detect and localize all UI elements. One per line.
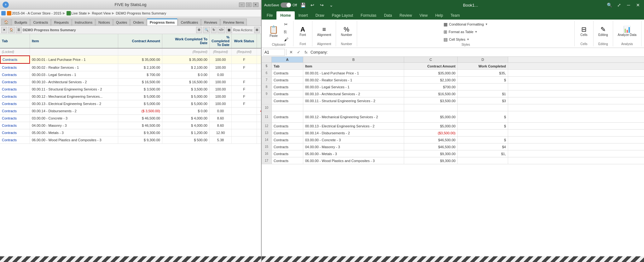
cell-b15[interactable]: 04.00.00 - Masonry - 3 bbox=[303, 143, 404, 150]
search-icon[interactable]: 🔍 bbox=[606, 2, 613, 9]
cell-a9[interactable]: Contracts bbox=[272, 90, 303, 97]
cell-c9[interactable]: $16,500.00 bbox=[404, 90, 458, 97]
home-button[interactable]: 🏠 bbox=[8, 27, 15, 33]
cell-d9[interactable]: $1 bbox=[458, 90, 508, 97]
ribbon-tab-formulas[interactable]: Formulas bbox=[357, 11, 380, 20]
cell-c9b[interactable]: $3,500.00 bbox=[404, 97, 458, 104]
cell-a8[interactable]: Contracts bbox=[272, 84, 303, 90]
tab-review-items[interactable]: Review Items bbox=[220, 19, 247, 26]
number-button[interactable]: % Number bbox=[339, 22, 354, 41]
cell-a17[interactable]: Contracts bbox=[272, 157, 303, 164]
col-header-b[interactable]: B bbox=[303, 57, 404, 62]
analyze-data-button[interactable]: 📊 Analyze Data bbox=[616, 22, 639, 41]
cell-d8[interactable] bbox=[458, 84, 508, 90]
cell-b17[interactable]: 06.00.00 - Wood Plastics and Composites … bbox=[303, 157, 404, 164]
ribbon-tab-draw[interactable]: Draw bbox=[312, 11, 328, 20]
cell-d11[interactable]: $ bbox=[458, 111, 508, 122]
excel-data-row[interactable]: 12 Contracts 00.00.13 - Electrical Engin… bbox=[262, 123, 644, 130]
settings-button[interactable]: ⚙ bbox=[196, 27, 202, 33]
format-painter-button[interactable]: 🖌 bbox=[282, 36, 291, 43]
conditional-formatting-button[interactable]: ▦ Conditional Formatting ▼ bbox=[441, 21, 490, 28]
refresh-button[interactable]: ↻ bbox=[211, 27, 217, 33]
cell-a7[interactable]: Contracts bbox=[272, 77, 303, 83]
undo-icon[interactable]: ↩ bbox=[309, 2, 316, 9]
cell-b9[interactable]: 00.00.10 - Architectural Services - 2 bbox=[303, 90, 404, 97]
cell-c16[interactable]: $9,300.00 bbox=[404, 150, 458, 157]
table-row[interactable]: Contracts 00.00.14 - Disbursements - 2 (… bbox=[0, 108, 261, 115]
redo-icon[interactable]: ↪ bbox=[318, 2, 325, 9]
col-header-c[interactable]: C bbox=[404, 57, 458, 62]
cell-c13[interactable]: ($3,500.00) bbox=[404, 130, 458, 136]
cell-c12[interactable]: $5,000.00 bbox=[404, 123, 458, 129]
excel-data-row[interactable]: 13 Contracts 00.00.14 - Disbursements - … bbox=[262, 130, 644, 137]
cell-d5[interactable]: Work Completed bbox=[458, 63, 508, 69]
ribbon-tab-insert[interactable]: Insert bbox=[295, 11, 312, 20]
title-bar-buttons[interactable]: ─ □ ✕ bbox=[239, 3, 258, 7]
col-header-a[interactable]: A bbox=[272, 57, 303, 62]
editing-button[interactable]: ✎ Editing bbox=[596, 22, 610, 41]
tab-contracts[interactable]: Contracts bbox=[30, 19, 51, 26]
tab-notices[interactable]: Notices bbox=[96, 19, 113, 26]
font-button[interactable]: A Font bbox=[297, 22, 309, 41]
cell-c11[interactable]: $5,000.00 bbox=[404, 111, 458, 122]
autosave-switch[interactable] bbox=[281, 3, 291, 8]
close-excel-icon[interactable]: ✕ bbox=[635, 2, 641, 9]
format-as-table-button[interactable]: ⊞ Format as Table ▼ bbox=[441, 28, 480, 35]
excel-data-row[interactable]: 7 Contracts 00.00.02 - Realtor Services … bbox=[262, 77, 644, 84]
cell-a15[interactable]: Contracts bbox=[272, 143, 303, 150]
menu-button[interactable]: ☰ bbox=[16, 27, 22, 33]
cell-a13[interactable]: Contracts bbox=[272, 130, 303, 136]
ribbon-tab-help[interactable]: Help bbox=[432, 11, 447, 20]
tab-requests[interactable]: Requests bbox=[51, 19, 71, 26]
cell-b16[interactable]: 05.00.00 - Metals - 3 bbox=[303, 150, 404, 157]
cell-d9b[interactable]: $3 bbox=[458, 97, 508, 104]
cell-d7[interactable]: $ bbox=[458, 77, 508, 83]
close-button[interactable]: ✕ bbox=[253, 3, 258, 7]
cell-d14[interactable]: $ bbox=[458, 137, 508, 143]
code-button[interactable]: </> bbox=[218, 27, 225, 33]
excel-data-row[interactable]: 16 Contracts 05.00.00 - Metals - 3 $9,30… bbox=[262, 150, 644, 157]
minimize-excel-icon[interactable]: ─ bbox=[625, 2, 632, 9]
address-item-1[interactable]: 2015-04 - A Corner Store - 2015 bbox=[7, 11, 61, 15]
table-row[interactable]: Contracts 04.00.00 - Masonry - 3 $ 46,50… bbox=[0, 122, 261, 129]
ribbon-tab-view[interactable]: View bbox=[416, 11, 432, 20]
cell-c6[interactable]: $35,000.00 bbox=[404, 70, 458, 76]
cell-a5[interactable]: Tab bbox=[272, 63, 303, 69]
ribbon-tab-data[interactable]: Data bbox=[380, 11, 396, 20]
tab-quotes[interactable]: Quotes bbox=[113, 19, 130, 26]
table-row[interactable]: Contracts 03.00.00 - Concrete - 3 $ 46,5… bbox=[0, 115, 261, 122]
cell-a11[interactable]: Contracts bbox=[272, 111, 303, 122]
cell-d10[interactable] bbox=[458, 104, 508, 111]
search-button[interactable]: 🔍 bbox=[203, 27, 210, 33]
excel-data-row[interactable]: 9 Contracts 00.00.10 - Architectural Ser… bbox=[262, 90, 644, 97]
table-row[interactable]: Contracts 06.00.00 - Wood Plastics and C… bbox=[0, 137, 261, 144]
table-row[interactable]: Contracts 00.00.12 - Mechanical Engineer… bbox=[0, 93, 261, 100]
tab-instructions[interactable]: Instructions bbox=[72, 19, 95, 26]
cell-c5[interactable]: Contract Amount bbox=[404, 63, 458, 69]
more-commands-icon[interactable]: ⌄ bbox=[328, 2, 335, 9]
cell-d17[interactable] bbox=[458, 157, 508, 164]
address-item-2[interactable]: Live State bbox=[67, 11, 87, 15]
confirm-formula-button[interactable]: ✓ bbox=[295, 49, 302, 55]
cell-b6[interactable]: 00.00.01 - Land Purchase Price - 1 bbox=[303, 70, 404, 76]
ribbon-tab-review[interactable]: Review bbox=[396, 11, 415, 20]
close-tab-button[interactable]: ✕ bbox=[1, 27, 7, 33]
cell-a9b[interactable]: Contracts bbox=[272, 97, 303, 104]
maximize-button[interactable]: □ bbox=[246, 3, 252, 7]
cell-a10[interactable] bbox=[272, 104, 303, 111]
alignment-button[interactable]: ≡ Alignment bbox=[315, 22, 333, 41]
cell-b5[interactable]: Item bbox=[303, 63, 404, 69]
save-icon[interactable]: 💾 bbox=[299, 2, 306, 9]
table-row[interactable]: Contracts 00.00.10 - Architectural Servi… bbox=[0, 79, 261, 86]
excel-data-row[interactable]: 14 Contracts 03.00.00 - Concrete - 3 $46… bbox=[262, 137, 644, 143]
cell-c7[interactable]: $2,100.00 bbox=[404, 77, 458, 83]
cell-a14[interactable]: Contracts bbox=[272, 137, 303, 143]
address-item-4[interactable]: DEMO Progress Items Summary bbox=[116, 11, 166, 15]
minimize-button[interactable]: ─ bbox=[239, 3, 245, 7]
table-row[interactable]: Contracts 00.00.03 - Legal Services - 1 … bbox=[0, 71, 261, 79]
cell-b10[interactable] bbox=[303, 104, 404, 111]
cell-b13[interactable]: 00.00.14 - Disbursements - 2 bbox=[303, 130, 404, 136]
cell-a16[interactable]: Contracts bbox=[272, 150, 303, 157]
col-header-d[interactable]: D bbox=[458, 57, 508, 62]
cell-d15[interactable]: $4 bbox=[458, 143, 508, 150]
